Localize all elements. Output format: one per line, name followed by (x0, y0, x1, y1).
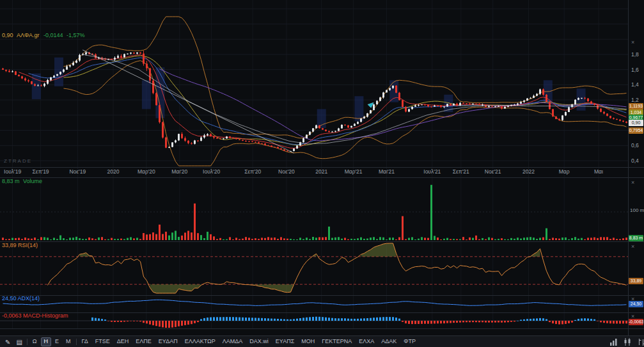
macd-tag: -0,0063 (629, 319, 643, 325)
platform-watermark: ZTRADE (4, 159, 32, 164)
price-tick: 1,8 (631, 52, 639, 58)
draw-icon[interactable]: ✎ (3, 339, 13, 346)
macd-panel-close-button[interactable]: × (631, 314, 634, 319)
price-tick: 0,4 (631, 158, 639, 164)
bar-chart-icon[interactable] (638, 338, 644, 346)
chart-overlays: 0,90 ΑΛΦΑ.gr -0,0144 -1,57% ZTRADE 8,83 … (0, 0, 644, 335)
last-price: 0,90 (2, 32, 13, 38)
symbol-button-9[interactable]: ΜΟΗ (298, 337, 318, 346)
time-tick: Ιουλ'21 (420, 169, 445, 175)
time-tick: Σεπ'19 (28, 169, 54, 175)
volume-tag: 8,83 m (629, 235, 643, 241)
bottom-toolbar: ✎ ▤ ΩΗΕΜ ΓΔFTSEΔΕΗΕΛΠΕΕΥΔΑΠΕΛΛΑΚΤΩΡΛΑΜΔΑ… (0, 335, 644, 347)
volume-value: 8,83 m (2, 178, 20, 184)
price-tick: 1,2 (631, 97, 639, 103)
symbol-button-13[interactable]: ΦΤΡ (400, 337, 419, 346)
time-tick: Μαι (586, 169, 611, 175)
price-tag: 0,7954 (629, 127, 643, 134)
symbol-name[interactable]: ΑΛΦΑ.gr (17, 32, 39, 38)
volume-name: Volume (23, 178, 42, 184)
symbol-button-2[interactable]: ΔΕΗ (114, 337, 132, 346)
time-tick: Μαρ'21 (341, 169, 366, 175)
volume-axis-label: 100 m (630, 208, 644, 213)
symbol-shortcut-group: ΓΔFTSEΔΕΗΕΛΠΕΕΥΔΑΠΕΛΛΑΚΤΩΡΛΑΜΔΑDAX.wiΕΥΑ… (79, 337, 419, 346)
timeframe-button-0[interactable]: Ω (29, 337, 40, 346)
time-tick: Ιουλ'20 (199, 169, 224, 175)
symbol-button-6[interactable]: ΛΑΜΔΑ (219, 337, 246, 346)
trading-terminal: 0,90 ΑΛΦΑ.gr -0,0144 -1,57% ZTRADE 8,83 … (0, 0, 644, 347)
price-tag: 1,1193 (629, 103, 643, 109)
time-tick: Μαι'21 (373, 169, 399, 175)
layout-grid-icon[interactable]: ▤ (13, 339, 24, 346)
main-chart-close-button[interactable]: × (631, 40, 634, 45)
timeframe-group: ΩΗΕΜ (29, 337, 74, 346)
timeframe-button-2[interactable]: Ε (52, 337, 62, 346)
symbol-button-10[interactable]: ΓΕΚΤΕΡΝΑ (318, 337, 355, 346)
volume-bars-icon[interactable] (609, 338, 618, 346)
rsi-tag: 33,89 (629, 278, 643, 284)
time-tick: Νοε'21 (480, 169, 506, 175)
rsi-panel-close-button[interactable]: × (631, 244, 634, 250)
time-tick: Σεπ'20 (240, 169, 265, 175)
time-tick: Μαρ (551, 169, 577, 175)
time-tick: Μαρ'20 (134, 169, 159, 175)
adx-panel-close-button[interactable]: × (631, 296, 634, 302)
symbol-button-4[interactable]: ΕΥΔΑΠ (155, 337, 181, 346)
symbol-button-5[interactable]: ΕΛΛΑΚΤΩΡ (182, 337, 219, 346)
rsi-indicator-label[interactable]: 33,89 RSI(14) (2, 243, 38, 248)
price-tick: 0,6 (631, 143, 639, 149)
toolbar-separator (76, 339, 77, 345)
timeframe-button-3[interactable]: Μ (63, 337, 74, 346)
timeframe-button-1[interactable]: Η (41, 337, 52, 346)
symbol-button-7[interactable]: DAX.wi (246, 337, 272, 346)
price-change: -0,0144 (43, 32, 63, 38)
time-tick: Νοε'20 (274, 169, 299, 175)
symbol-button-12[interactable]: ΑΔΑΚ (378, 337, 400, 346)
time-tick: Νοε'19 (65, 169, 90, 175)
volume-panel-close-button[interactable]: × (631, 180, 634, 186)
time-tick: 2021 (309, 169, 334, 175)
price-change-pct: -1,57% (67, 32, 85, 38)
symbol-button-3[interactable]: ΕΛΠΕ (132, 337, 155, 346)
volume-indicator-label[interactable]: 8,83 m Volume (2, 179, 42, 184)
symbol-button-0[interactable]: ΓΔ (79, 337, 91, 346)
symbol-button-11[interactable]: ΕΛΧΑ (356, 337, 377, 346)
symbol-button-8[interactable]: ΕΥΑΠΣ (272, 337, 297, 346)
time-tick: Ιουλ'19 (0, 169, 26, 175)
time-tick: 2022 (515, 169, 541, 175)
time-tick: Μαι'20 (167, 169, 192, 175)
candles-icon[interactable] (624, 338, 632, 346)
price-tick: 1,4 (631, 82, 639, 88)
price-tag: 0,90 (629, 120, 643, 126)
adx-indicator-label[interactable]: 24,50 ADX(14) (2, 296, 40, 302)
toolbar-separator (27, 339, 27, 345)
symbol-header[interactable]: 0,90 ΑΛΦΑ.gr -0,0144 -1,57% (2, 33, 85, 38)
price-tick: 1,6 (631, 67, 639, 73)
toolbar-right-icons (609, 338, 644, 346)
time-tick: Σεπ'21 (448, 169, 474, 175)
symbol-button-1[interactable]: FTSE (92, 337, 113, 346)
macd-indicator-label[interactable]: -0,0063 MACD-Histogram (2, 313, 68, 319)
time-tick: 2020 (100, 169, 126, 175)
